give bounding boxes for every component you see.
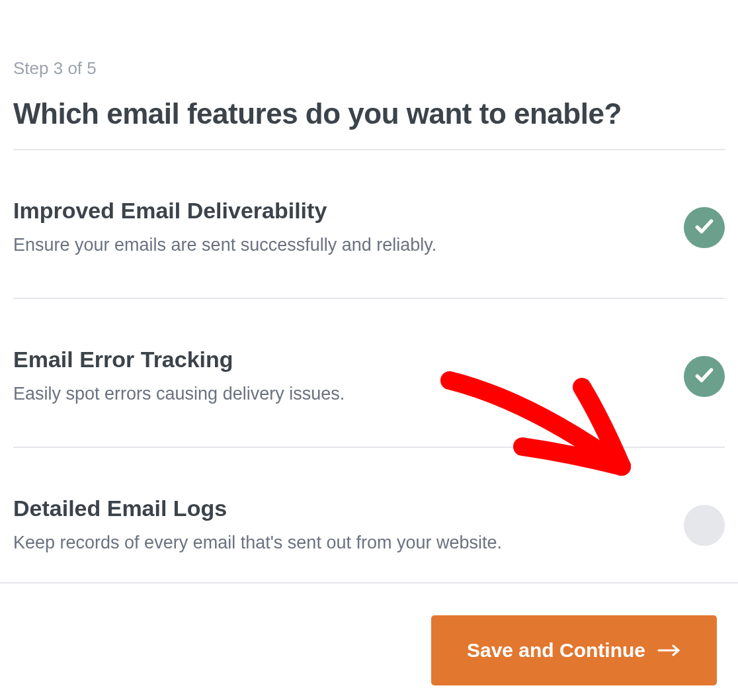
arrow-right-icon <box>657 644 681 657</box>
feature-toggle-error-tracking[interactable] <box>684 356 725 397</box>
feature-row-email-logs: Detailed Email Logs Keep records of ever… <box>13 448 725 609</box>
feature-row-error-tracking: Email Error Tracking Easily spot errors … <box>13 299 725 448</box>
footer-divider <box>0 582 738 584</box>
feature-title: Email Error Tracking <box>13 347 671 372</box>
feature-title: Detailed Email Logs <box>13 496 671 521</box>
page-title: Which email features do you want to enab… <box>13 97 725 130</box>
save-continue-button[interactable]: Save and Continue <box>431 615 717 685</box>
feature-desc: Easily spot errors causing delivery issu… <box>13 382 671 407</box>
step-label: Step 3 of 5 <box>13 58 725 79</box>
feature-toggle-email-logs[interactable] <box>684 505 725 546</box>
check-icon <box>694 365 715 388</box>
feature-desc: Ensure your emails are sent successfully… <box>13 233 671 258</box>
check-icon <box>694 216 715 240</box>
save-button-label: Save and Continue <box>467 639 645 662</box>
feature-row-deliverability: Improved Email Deliverability Ensure you… <box>13 150 725 299</box>
feature-toggle-deliverability[interactable] <box>684 207 725 248</box>
feature-title: Improved Email Deliverability <box>13 198 671 224</box>
feature-desc: Keep records of every email that's sent … <box>13 531 671 556</box>
